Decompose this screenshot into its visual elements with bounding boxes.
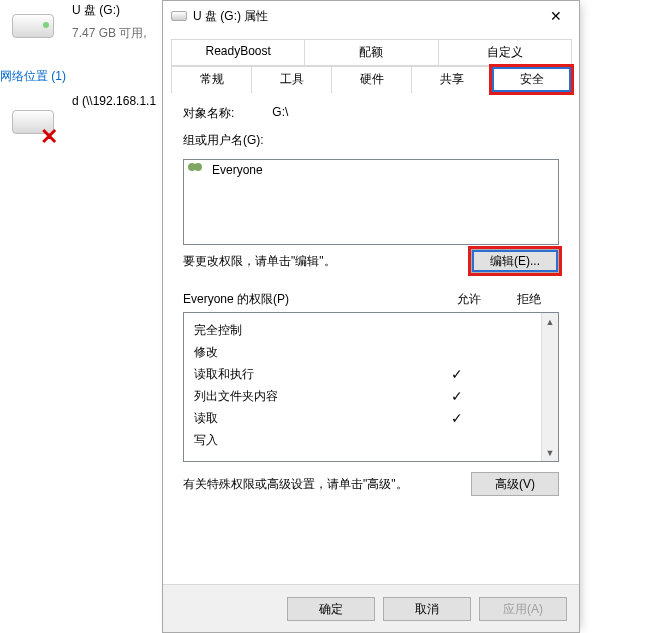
cancel-button[interactable]: 取消: [383, 597, 471, 621]
scroll-up-icon[interactable]: ▲: [542, 313, 558, 330]
groups-label: 组或用户名(G):: [183, 132, 559, 149]
tab-sharing[interactable]: 共享: [411, 66, 492, 93]
tab-readyboost[interactable]: ReadyBoost: [171, 39, 305, 65]
object-name-label: 对象名称:: [183, 105, 234, 122]
dialog-title: U 盘 (G:) 属性: [193, 8, 533, 25]
permission-row: 修改: [194, 341, 531, 363]
tab-customize[interactable]: 自定义: [438, 39, 572, 65]
advanced-button[interactable]: 高级(V): [471, 472, 559, 496]
group-icon: [188, 163, 206, 177]
permission-row: 列出文件夹内容✓: [194, 385, 531, 407]
permission-name: 修改: [194, 344, 429, 361]
permission-name: 写入: [194, 432, 429, 449]
column-deny: 拒绝: [499, 291, 559, 308]
permissions-listbox[interactable]: 完全控制修改读取和执行✓列出文件夹内容✓读取✓写入 ▲ ▼: [183, 312, 559, 462]
network-location-header[interactable]: 网络位置 (1): [0, 68, 66, 85]
permission-row: 读取✓: [194, 407, 531, 429]
tab-security[interactable]: 安全: [491, 66, 572, 93]
close-button[interactable]: ✕: [533, 1, 579, 31]
properties-dialog: U 盘 (G:) 属性 ✕ ReadyBoost 配额 自定义 常规 工具 硬件…: [162, 0, 580, 633]
column-allow: 允许: [439, 291, 499, 308]
permission-name: 列出文件夹内容: [194, 388, 429, 405]
disconnected-icon: ✕: [40, 124, 58, 150]
permission-row: 读取和执行✓: [194, 363, 531, 385]
edit-button[interactable]: 编辑(E)...: [471, 249, 559, 273]
network-drive-item[interactable]: d (\\192.168.1.1: [6, 94, 156, 108]
titlebar[interactable]: U 盘 (G:) 属性 ✕: [163, 1, 579, 31]
permission-row: 完全控制: [194, 319, 531, 341]
permissions-header: Everyone 的权限(P): [183, 291, 439, 308]
permission-allow-check: ✓: [429, 366, 485, 382]
security-panel: 对象名称: G:\ 组或用户名(G): Everyone 要更改权限，请单击"编…: [163, 93, 579, 496]
object-name-value: G:\: [272, 105, 288, 122]
group-item-everyone[interactable]: Everyone: [186, 162, 556, 178]
tab-quota[interactable]: 配额: [304, 39, 438, 65]
tab-strip: ReadyBoost 配额 自定义 常规 工具 硬件 共享 安全: [163, 31, 579, 93]
permission-row: 写入: [194, 429, 531, 451]
object-name-row: 对象名称: G:\: [183, 105, 559, 122]
network-drive-label: d (\\192.168.1.1: [6, 94, 156, 108]
permission-allow-check: ✓: [429, 410, 485, 426]
permission-name: 读取: [194, 410, 429, 427]
apply-button[interactable]: 应用(A): [479, 597, 567, 621]
tab-hardware[interactable]: 硬件: [331, 66, 412, 93]
advanced-hint: 有关特殊权限或高级设置，请单击"高级"。: [183, 476, 408, 493]
tab-tools[interactable]: 工具: [251, 66, 332, 93]
scroll-down-icon[interactable]: ▼: [542, 444, 558, 461]
drive-icon: [12, 14, 54, 38]
scrollbar[interactable]: ▲ ▼: [541, 313, 558, 461]
permission-allow-check: ✓: [429, 388, 485, 404]
permission-name: 完全控制: [194, 322, 429, 339]
tab-general[interactable]: 常规: [171, 66, 252, 93]
groups-listbox[interactable]: Everyone: [183, 159, 559, 245]
ok-button[interactable]: 确定: [287, 597, 375, 621]
permission-name: 读取和执行: [194, 366, 429, 383]
dialog-footer: 确定 取消 应用(A): [163, 584, 579, 632]
group-item-label: Everyone: [212, 163, 263, 177]
drive-small-icon: [171, 11, 187, 21]
edit-hint: 要更改权限，请单击"编辑"。: [183, 253, 336, 270]
